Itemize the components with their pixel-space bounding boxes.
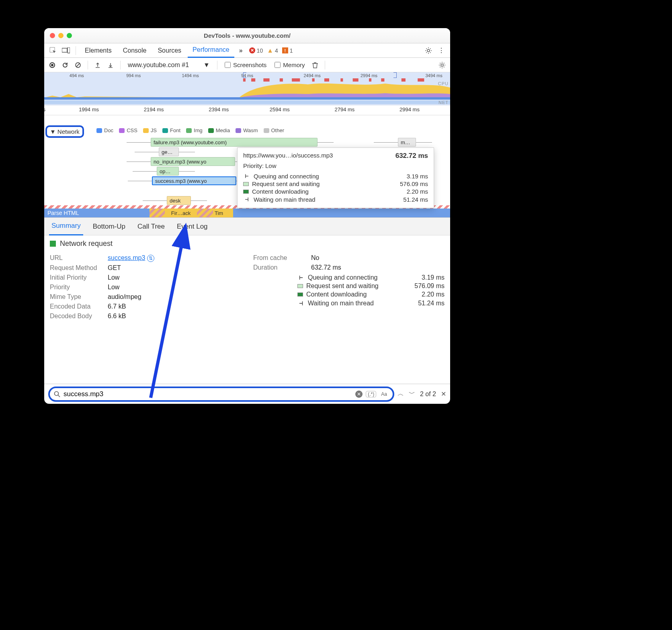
- devtools-window: DevTools - www.youtube.com/ Elements Con…: [44, 28, 450, 404]
- next-match-icon[interactable]: ﹀: [409, 390, 415, 398]
- issues-badge[interactable]: ! 1: [282, 47, 293, 54]
- device-toolbar-icon[interactable]: [60, 45, 72, 56]
- titlebar: DevTools - www.youtube.com/: [44, 28, 450, 43]
- network-request[interactable]: no_input.mp3 (www.yo: [151, 157, 235, 166]
- download-profile-icon[interactable]: [105, 60, 116, 70]
- network-request[interactable]: failure.mp3 (www.youtube.com): [151, 138, 318, 147]
- svg-rect-12: [280, 78, 283, 82]
- parse-html-bar[interactable]: Parse HTML: [44, 209, 450, 217]
- prev-match-icon[interactable]: ︿: [397, 390, 404, 398]
- svg-rect-16: [340, 78, 343, 82]
- flame-segment[interactable]: Tim: [213, 209, 233, 217]
- svg-rect-11: [263, 78, 269, 82]
- overflow-tabs-button[interactable]: »: [236, 47, 246, 54]
- svg-line-7: [76, 63, 80, 67]
- detail-tabs: Summary Bottom-Up Call Tree Event Log: [44, 218, 450, 235]
- chevron-down-icon: ▼: [203, 61, 210, 69]
- search-input-wrap: ✕ (.*) Aa: [48, 387, 394, 402]
- chevron-down-icon: ▼: [50, 128, 56, 135]
- search-icon: [54, 391, 60, 397]
- issue-icon: !: [282, 47, 288, 53]
- tab-performance[interactable]: Performance: [188, 43, 234, 58]
- subtab-bottom-up[interactable]: Bottom-Up: [90, 218, 128, 235]
- search-input[interactable]: [64, 390, 352, 398]
- case-toggle[interactable]: Aa: [379, 391, 389, 397]
- issue-badges: ✕ 10 ▲ 4 ! 1: [249, 47, 293, 54]
- svg-rect-17: [353, 78, 359, 82]
- svg-rect-1: [62, 48, 67, 52]
- tab-sources[interactable]: Sources: [153, 43, 186, 58]
- tab-console[interactable]: Console: [118, 43, 152, 58]
- main-tabs-row: Elements Console Sources Performance » ✕…: [44, 43, 450, 58]
- errors-badge[interactable]: ✕ 10: [249, 47, 263, 54]
- summary-header: Network request: [50, 239, 445, 248]
- memory-checkbox[interactable]: Memory: [271, 61, 308, 68]
- timeline-ruler[interactable]: s1994 ms2194 ms2394 ms2594 ms2794 ms2994…: [44, 105, 450, 115]
- clear-search-icon[interactable]: ✕: [355, 391, 363, 398]
- svg-point-5: [51, 64, 53, 66]
- error-icon: ✕: [249, 47, 255, 53]
- tab-elements[interactable]: Elements: [80, 43, 117, 58]
- net-label: NET: [438, 100, 449, 105]
- flame-segment[interactable]: Fir…ack: [165, 209, 197, 217]
- subtab-event-log[interactable]: Event Log: [174, 218, 210, 235]
- network-request[interactable]: ge…: [159, 147, 179, 156]
- selection-right-handle[interactable]: [393, 72, 397, 78]
- url-link[interactable]: success.mp3: [108, 254, 145, 261]
- settings-icon[interactable]: [423, 45, 434, 56]
- network-request[interactable]: success.mp3 (www.yo: [152, 176, 236, 185]
- svg-rect-10: [251, 78, 255, 82]
- svg-rect-20: [402, 78, 406, 82]
- summary-panel: Network request URLsuccess.mp3 ⇅ Request…: [44, 235, 450, 384]
- svg-rect-9: [243, 78, 246, 82]
- screenshots-checkbox[interactable]: Screenshots: [221, 61, 270, 68]
- subtab-summary[interactable]: Summary: [49, 218, 83, 235]
- network-request[interactable]: m…: [398, 138, 416, 147]
- more-icon[interactable]: ⋮: [436, 45, 447, 56]
- clear-button[interactable]: [72, 60, 84, 70]
- overview-strip[interactable]: 494 ms994 ms1494 ms94 ms2494 ms2994 ms34…: [44, 72, 450, 105]
- network-request[interactable]: op…: [157, 167, 179, 176]
- subtab-call-tree[interactable]: Call Tree: [135, 218, 167, 235]
- search-bar: ✕ (.*) Aa ︿ ﹀ 2 of 2 ✕: [44, 384, 450, 404]
- window-title: DevTools - www.youtube.com/: [44, 32, 450, 39]
- cpu-label: CPU: [438, 81, 449, 86]
- svg-point-8: [441, 64, 443, 66]
- match-counter: 2 of 2: [420, 391, 436, 398]
- upload-profile-icon[interactable]: [92, 60, 103, 70]
- warning-icon: ▲: [267, 47, 273, 54]
- svg-rect-13: [292, 78, 300, 82]
- flame-chart-area[interactable]: ▼ Network DocCSSJSFontImgMediaWasmOther …: [44, 115, 450, 218]
- svg-point-3: [427, 49, 430, 52]
- svg-rect-21: [418, 78, 424, 82]
- svg-rect-18: [369, 78, 371, 82]
- request-type-swatch: [50, 241, 56, 247]
- recording-selector[interactable]: www.youtube.com #1 ▼: [125, 61, 213, 69]
- svg-line-23: [58, 395, 60, 397]
- close-search-icon[interactable]: ✕: [441, 390, 446, 398]
- network-legend: DocCSSJSFontImgMediaWasmOther: [96, 127, 284, 133]
- svg-rect-15: [324, 78, 329, 82]
- warnings-badge[interactable]: ▲ 4: [267, 47, 278, 54]
- svg-point-22: [55, 391, 59, 395]
- capture-settings-icon[interactable]: [436, 60, 448, 70]
- reveal-icon[interactable]: ⇅: [147, 255, 154, 262]
- network-section-toggle[interactable]: ▼ Network: [45, 125, 84, 138]
- svg-rect-19: [381, 78, 384, 82]
- garbage-collect-icon[interactable]: [309, 60, 321, 70]
- reload-button[interactable]: [59, 60, 71, 70]
- request-tooltip: https://www.you…io/success.mp3 632.72 ms…: [237, 147, 434, 208]
- regex-toggle[interactable]: (.*): [366, 391, 376, 397]
- selection-left-handle[interactable]: [243, 72, 246, 78]
- svg-rect-2: [68, 47, 70, 53]
- network-request[interactable]: desk: [167, 196, 191, 205]
- inspect-element-icon[interactable]: [47, 45, 59, 56]
- svg-rect-14: [312, 78, 315, 82]
- record-button[interactable]: [47, 60, 58, 70]
- perf-toolbar: www.youtube.com #1 ▼ Screenshots Memory: [44, 58, 450, 72]
